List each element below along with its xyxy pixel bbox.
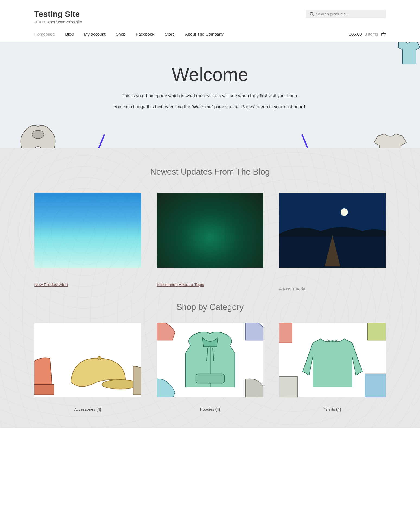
cart-link[interactable]: $85.00 3 items	[349, 32, 386, 37]
post-thumbnail	[157, 193, 263, 268]
category-card[interactable]: Accessories (4)	[34, 323, 141, 412]
hero-heading: Welcome	[0, 64, 420, 85]
blog-section-title: Newest Updates From The Blog	[34, 167, 386, 177]
nav-homepage[interactable]: Homepage	[34, 32, 55, 37]
blog-post-card[interactable]: A New Tutorial	[279, 193, 386, 291]
cart-count: 3 items	[365, 32, 378, 37]
svg-line-6	[302, 134, 323, 148]
category-name: Hoodies	[200, 407, 214, 412]
blog-section: Newest Updates From The Blog New Product…	[0, 148, 420, 428]
category-label: Tshirts (4)	[279, 407, 386, 412]
svg-point-10	[341, 208, 348, 216]
search-box[interactable]	[306, 10, 386, 18]
nav-shop[interactable]: Shop	[116, 32, 126, 37]
hoodie-illustration-icon	[16, 121, 60, 148]
category-thumbnail	[34, 323, 141, 397]
category-thumbnail	[279, 323, 386, 397]
hero-text-1: This is your homepage which is what most…	[0, 93, 420, 98]
hero-section: Welcome This is your homepage which is w…	[0, 42, 420, 148]
category-section-title: Shop by Category	[34, 302, 386, 312]
primary-nav: Homepage Blog My account Shop Facebook S…	[34, 32, 224, 37]
svg-line-4	[84, 134, 104, 148]
hero-text-2: You can change this text by editing the …	[0, 104, 420, 109]
post-title-link[interactable]: A New Tutorial	[279, 287, 386, 291]
search-icon	[310, 12, 314, 16]
nav-my-account[interactable]: My account	[84, 32, 105, 37]
category-card[interactable]: Hoodies (4)	[157, 323, 263, 412]
post-thumbnail	[34, 193, 141, 268]
annotation-arrow-left-icon	[79, 134, 109, 148]
nav-about[interactable]: About The Company	[185, 32, 224, 37]
category-count: (4)	[96, 407, 101, 412]
category-label: Accessories (4)	[34, 407, 141, 412]
nav-blog[interactable]: Blog	[65, 32, 74, 37]
annotation-arrow-right-icon	[298, 134, 328, 148]
cart-total: $85.00	[349, 32, 362, 37]
site-tagline: Just another WordPress site	[34, 20, 82, 24]
blog-post-card[interactable]: Information About a Topic	[157, 193, 263, 291]
svg-point-13	[97, 357, 101, 360]
svg-point-0	[310, 12, 313, 15]
category-count: (4)	[336, 407, 341, 412]
svg-line-1	[313, 15, 314, 16]
post-title-link[interactable]: Information About a Topic	[157, 282, 263, 287]
nav-store[interactable]: Store	[165, 32, 175, 37]
category-card[interactable]: Tshirts (4)	[279, 323, 386, 412]
category-thumbnail	[157, 323, 263, 397]
blog-post-card[interactable]: New Product Alert	[34, 193, 141, 291]
site-branding: Testing Site Just another WordPress site	[34, 10, 82, 24]
nav-facebook[interactable]: Facebook	[136, 32, 154, 37]
tshirt-gray-illustration-icon	[371, 132, 409, 148]
svg-rect-17	[196, 374, 224, 383]
svg-point-3	[32, 130, 44, 139]
svg-rect-11	[34, 384, 54, 395]
search-input[interactable]	[316, 12, 382, 16]
category-name: Tshirts	[324, 407, 335, 412]
category-label: Hoodies (4)	[157, 407, 263, 412]
category-name: Accessories	[74, 407, 95, 412]
basket-icon	[381, 32, 386, 36]
post-title-link[interactable]: New Product Alert	[34, 282, 141, 287]
category-count: (4)	[215, 407, 220, 412]
post-thumbnail	[279, 193, 386, 268]
site-title[interactable]: Testing Site	[34, 10, 82, 19]
tshirt-illustration-icon	[393, 42, 420, 67]
